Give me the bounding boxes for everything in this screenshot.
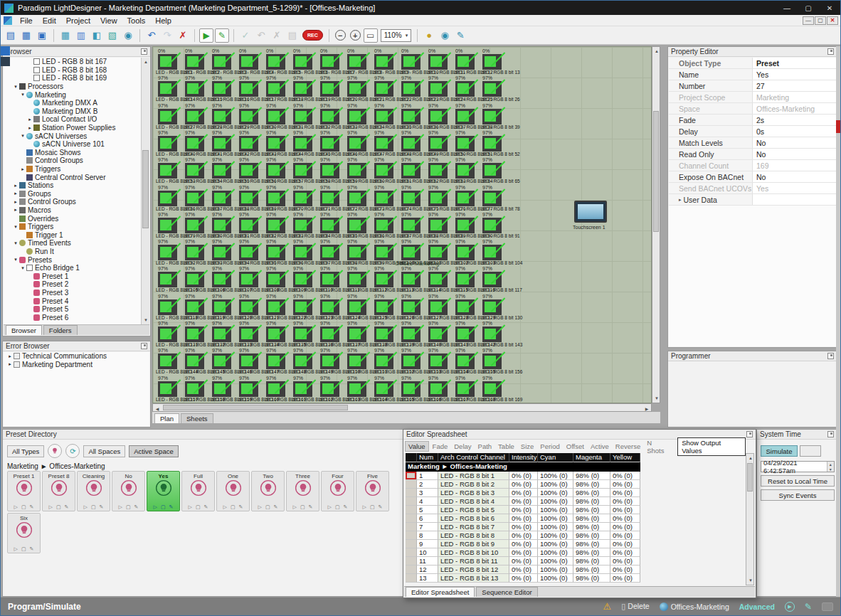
stop-icon[interactable]: ▢ (335, 504, 340, 510)
system-datetime-field[interactable]: 04/29/2021 6:42:57am ▲ ▼ (761, 461, 835, 472)
fixture-cell[interactable]: 97%LED - RGB 8 bit 20 (318, 75, 345, 102)
cell-yellow[interactable]: 0% (0) (610, 548, 640, 557)
fixture-cell[interactable]: 97%LED - RGB 8 bit 28 (183, 103, 210, 130)
menu-app-icon[interactable] (4, 16, 12, 25)
preset-tile-two[interactable]: Two▷▢✎ (251, 471, 285, 511)
cell-cyan[interactable]: 100% (0) (538, 548, 573, 557)
cell-yellow[interactable]: 0% (0) (610, 489, 640, 497)
accept-icon[interactable]: ✓ (238, 28, 253, 43)
minimize-button[interactable]: — (776, 1, 798, 15)
open-project-icon[interactable]: ▦ (19, 28, 33, 43)
fixture-cell[interactable]: 97%LED - RGB 8 bit 169 (480, 376, 507, 403)
fixture-cell[interactable]: 97%LED - RGB 8 bit 148 (264, 348, 291, 375)
fixture-cell[interactable]: 97%LED - RGB 8 bit 97 (291, 239, 318, 266)
fixture-cell[interactable]: 97%LED - RGB 8 bit 95 (237, 239, 264, 266)
property-row-number[interactable]: Number27 (669, 80, 836, 92)
row-selector[interactable] (406, 497, 417, 506)
tree-item-preset-4[interactable]: Preset 4 (4, 297, 141, 305)
menu-view[interactable]: View (95, 16, 122, 26)
cell-intensity[interactable]: 0% (0) (509, 548, 538, 557)
expander-open-icon[interactable]: ▾ (12, 240, 19, 246)
row-selector[interactable] (406, 565, 417, 574)
fixture-cell[interactable]: 97%LED - RGB 8 bit 84 (291, 212, 318, 239)
tree-item-preset-6[interactable]: Preset 6 (4, 313, 141, 322)
cell-yellow[interactable]: 0% (0) (610, 514, 640, 523)
property-row-match-levels[interactable]: Match LevelsNo (669, 137, 836, 149)
fixture-cell[interactable]: 97%LED - RGB 8 bit 135 (264, 321, 291, 348)
sync-network-icon[interactable]: ◉ (438, 28, 452, 43)
redo-icon[interactable]: ↷ (160, 28, 174, 43)
tree-item-groups[interactable]: ▸Groups (4, 190, 141, 198)
table-row[interactable]: 2LED - RGB 8 bit 20% (0)100% (0)98% (0)0… (406, 480, 640, 489)
table-row[interactable]: 8LED - RGB 8 bit 80% (0)100% (0)98% (0)0… (406, 531, 640, 540)
fixture-cell[interactable]: 97%LED - RGB 8 bit 91 (480, 212, 507, 239)
tree-item-led-rgb-8-bit-167[interactable]: LED - RGB 8 bit 167 (4, 58, 141, 66)
play-icon[interactable]: ▶ (785, 602, 795, 612)
edit-icon[interactable]: ✎ (805, 602, 812, 612)
cell-channel[interactable]: LED - RGB 8 bit 11 (438, 557, 509, 565)
fixture-cell[interactable]: 97%LED - RGB 8 bit 99 (345, 239, 372, 266)
edit-icon[interactable]: ✎ (344, 504, 348, 510)
undo-icon[interactable]: ↶ (144, 28, 159, 43)
error-item-technical-communications[interactable]: ▸Technical Communications (4, 352, 149, 361)
fixture-cell[interactable]: 97%LED - RGB 8 bit 32 (291, 103, 318, 130)
fixture-cell[interactable]: 97%LED - RGB 8 bit 110 (291, 266, 318, 293)
fixture-cell[interactable]: 97%LED - RGB 8 bit 76 (426, 185, 453, 212)
fixture-cell[interactable]: 97%LED - RGB 8 bit 96 (264, 239, 291, 266)
cell-num[interactable]: 9 (417, 540, 438, 548)
cell-channel[interactable]: LED - RGB 8 bit 2 (438, 480, 509, 489)
spreadsheet-tab-value[interactable]: Value (405, 441, 429, 452)
play-icon[interactable]: ▷ (189, 504, 192, 510)
row-selector[interactable] (406, 506, 417, 514)
fixture-cell[interactable]: 97%LED - RGB 8 bit 111 (318, 266, 345, 293)
plan-vertical-scrollbar[interactable]: ▲ ▼ (652, 46, 660, 403)
fixture-cell[interactable]: 97%LED - RGB 8 bit 159 (210, 376, 237, 403)
cell-yellow[interactable]: 0% (0) (610, 531, 640, 540)
tree-item-preset-1[interactable]: Preset 1 (4, 272, 141, 280)
fixture-cell[interactable]: 97%LED - RGB 8 bit 70 (264, 185, 291, 212)
stop-icon[interactable]: ▢ (161, 504, 166, 510)
fixture-cell[interactable]: 97%LED - RGB 8 bit 115 (426, 266, 453, 293)
fixture-cell[interactable]: 97%LED - RGB 8 bit 92 (156, 239, 183, 266)
fixture-cell[interactable]: 0%LED - RGB 8 bit 7 (318, 48, 345, 75)
fixture-cell[interactable]: 0%LED - RGB 8 bit 1 (156, 48, 183, 75)
fixture-cell[interactable]: 97%LED - RGB 8 bit 87 (372, 212, 399, 239)
fixture-cell[interactable]: 97%LED - RGB 8 bit 141 (426, 321, 453, 348)
fixture-cell[interactable]: 97%LED - RGB 8 bit 71 (291, 185, 318, 212)
fixture-cell[interactable]: 97%LED - RGB 8 bit 166 (399, 376, 426, 403)
fixture-cell[interactable]: 97%LED - RGB 8 bit 94 (210, 239, 237, 266)
tab-sheets[interactable]: Sheets (181, 413, 213, 423)
tree-item-local-contact-i-o[interactable]: ▸Local Contact I/O (4, 115, 141, 124)
cancel-icon[interactable]: ✗ (270, 28, 284, 43)
close-button[interactable]: ✕ (819, 1, 840, 15)
cell-intensity[interactable]: 0% (0) (509, 514, 538, 523)
panel-expand-icon[interactable] (746, 431, 753, 437)
fixture-cell[interactable]: 97%LED - RGB 8 bit 57 (264, 157, 291, 184)
fixture-cell[interactable]: 97%LED - RGB 8 bit 37 (426, 103, 453, 130)
panel-expand-icon[interactable] (827, 353, 834, 359)
cell-yellow[interactable]: 0% (0) (610, 506, 640, 514)
fixture-cell[interactable]: 97%LED - RGB 8 bit 125 (345, 294, 372, 321)
expander-closed-icon[interactable]: ▸ (26, 117, 33, 122)
fixture-cell[interactable]: 97%LED - RGB 8 bit 107 (210, 266, 237, 293)
new-document-icon[interactable]: ▤ (4, 28, 18, 43)
property-row-object-type[interactable]: Object TypePreset (669, 58, 836, 69)
cell-channel[interactable]: LED - RGB 8 bit 3 (438, 489, 509, 497)
tree-item-triggers[interactable]: ▾Triggers (4, 223, 141, 231)
fixture-cell[interactable]: 0%LED - RGB 8 bit 8 (345, 48, 372, 75)
fixture-cell[interactable]: 97%LED - RGB 8 bit 142 (453, 321, 480, 348)
fixture-cell[interactable]: 97%LED - RGB 8 bit 44 (264, 130, 291, 157)
cell-num[interactable]: 7 (417, 523, 438, 531)
cell-channel[interactable]: LED - RGB 8 bit 12 (438, 565, 509, 574)
fixture-cell[interactable]: 97%LED - RGB 8 bit 54 (183, 157, 210, 184)
edit-icon[interactable]: ✎ (65, 504, 69, 510)
cell-intensity[interactable]: 0% (0) (509, 565, 538, 574)
cell-cyan[interactable]: 100% (0) (538, 565, 573, 574)
fixture-cell[interactable]: 97%LED - RGB 8 bit 145 (183, 348, 210, 375)
cell-magenta[interactable]: 98% (0) (573, 497, 610, 506)
stop-icon[interactable]: ▢ (91, 504, 96, 510)
table-row[interactable]: 11LED - RGB 8 bit 110% (0)100% (0)98% (0… (406, 557, 640, 565)
cell-intensity[interactable]: 0% (0) (509, 574, 538, 583)
cell-intensity[interactable]: 0% (0) (509, 540, 538, 548)
fixture-cell[interactable]: 97%LED - RGB 8 bit 40 (156, 130, 183, 157)
